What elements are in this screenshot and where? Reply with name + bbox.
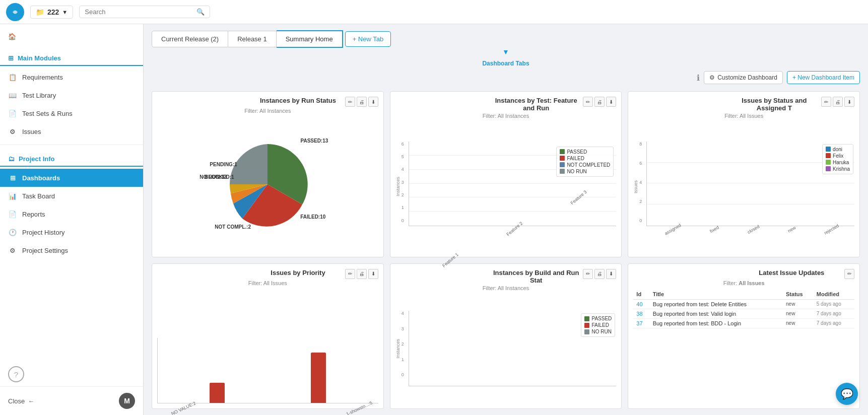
tab-current-release[interactable]: Current Release (2)	[152, 31, 228, 47]
info-icon[interactable]: ℹ	[697, 73, 700, 83]
sidebar-item-reports[interactable]: 📄 Reports	[0, 205, 143, 223]
issue-id-link[interactable]: 37	[636, 320, 642, 326]
sidebar-item-dashboards[interactable]: ⊞ Dashboards	[0, 169, 143, 187]
download-button[interactable]: ⬇	[368, 269, 378, 279]
dashboard-tabs-arrow: ▼	[144, 48, 868, 56]
issue-status: new	[783, 299, 814, 309]
tab-summary-home[interactable]: Summary Home	[277, 30, 343, 48]
sidebar-item-label: Project Settings	[22, 247, 68, 254]
chart-legend: PASSED FAILED NO RUN	[581, 313, 615, 337]
widget-feature-run: Instances by Test: Feature and Run ✏ 🖨 ⬇…	[390, 91, 622, 257]
widget-latest-issues: Latest Issue Updates ✏ Filter: All Issue…	[628, 263, 860, 409]
widget-actions: ✏ 🖨 ⬇	[345, 97, 378, 107]
widget-filter: Filter: All Issues	[633, 280, 854, 286]
widget-title: Issues by Status and Assigned T	[727, 97, 821, 112]
widget-actions: ✏ 🖨 ⬇	[583, 97, 616, 107]
gridline	[647, 204, 854, 204]
widget-title: Instances by Run Status	[251, 97, 345, 104]
print-button[interactable]: 🖨	[594, 269, 605, 279]
search-bar[interactable]: 🔍	[79, 6, 210, 18]
sidebar-item-test-library[interactable]: 📖 Test Library	[0, 86, 143, 104]
widget-header: Instances by Run Status ✏ 🖨 ⬇	[157, 97, 378, 107]
widget-filter: Filter: All Issues	[633, 113, 854, 119]
sidebar-item-requirements[interactable]: 📋 Requirements	[0, 68, 143, 86]
sidebar-divider	[0, 145, 143, 145]
issue-modified: 7 days ago	[814, 318, 854, 328]
legend-passed: PASSED	[560, 149, 610, 155]
search-icon: 🔍	[196, 8, 205, 16]
download-button[interactable]: ⬇	[606, 97, 616, 107]
chat-button[interactable]: 💬	[836, 383, 858, 405]
user-avatar[interactable]: M	[119, 393, 135, 409]
print-button[interactable]: 🖨	[357, 269, 367, 279]
edit-button[interactable]: ✏	[583, 269, 593, 279]
passed-label: PASSED:13	[300, 138, 328, 144]
sidebar-item-label: Issues	[22, 128, 41, 135]
edit-button[interactable]: ✏	[345, 97, 355, 107]
home-icon[interactable]: 🏠	[4, 28, 20, 44]
tabs-bar: Current Release (2) Release 1 Summary Ho…	[144, 24, 868, 48]
project-name: 222	[47, 8, 59, 16]
issue-title: Bug reported from test: BDD - Login	[650, 318, 783, 328]
sidebar-item-label: Dashboards	[22, 174, 60, 182]
widget-header: Issues by Status and Assigned T ✏ 🖨 ⬇	[633, 97, 854, 112]
chart-legend: PASSED FAILED NOT COMPLETED	[556, 147, 614, 177]
edit-button[interactable]: ✏	[844, 269, 854, 279]
topbar: 📁 222 ▼ 🔍	[0, 0, 868, 24]
widget-body: Instances 0 1 2 3 4	[395, 294, 617, 404]
task-board-icon: 📊	[8, 191, 17, 200]
gridline	[409, 183, 617, 184]
widget-body: PASSED:13 FAILED:10 NOT COMPL.:2 BLOCKED…	[157, 117, 378, 252]
issue-id-link[interactable]: 40	[636, 301, 642, 307]
issue-title: Bug reported from test: Delete Entities	[650, 299, 783, 309]
download-button[interactable]: ⬇	[368, 97, 378, 107]
sidebar-item-test-sets[interactable]: 📄 Test Sets & Runs	[0, 104, 143, 122]
issue-modified: 7 days ago	[814, 309, 854, 318]
widget-build-run: Instances by Build and Run Stat ✏ 🖨 ⬇ Fi…	[390, 263, 622, 409]
sidebar-item-project-settings[interactable]: ⚙ Project Settings	[0, 241, 143, 259]
reports-icon: 📄	[8, 210, 17, 219]
issue-id-link[interactable]: 38	[636, 311, 642, 317]
project-selector[interactable]: 📁 222 ▼	[30, 6, 73, 19]
gear-icon: ⚙	[709, 74, 715, 81]
edit-button[interactable]: ✏	[821, 97, 831, 107]
legend-failed: FAILED	[584, 322, 612, 328]
sidebar-item-label: Reports	[22, 211, 45, 218]
project-info-section: 🗂 Project Info	[0, 149, 143, 167]
widget-actions: ✏ 🖨 ⬇	[821, 97, 854, 107]
widget-body: Issues 0 2 4 6 8	[633, 122, 854, 252]
widget-issues-priority: Issues by Priority ✏ 🖨 ⬇ Filter: All Iss…	[152, 263, 384, 409]
requirements-icon: 📋	[8, 73, 17, 82]
legend-passed: PASSED	[584, 316, 612, 321]
sidebar-item-task-board[interactable]: 📊 Task Board	[0, 187, 143, 205]
customize-dashboard-button[interactable]: ⚙ Customize Dashboard	[704, 71, 783, 84]
widget-filter: Filter: All Issues	[157, 280, 378, 286]
widget-run-status: Instances by Run Status ✏ 🖨 ⬇ Filter: Al…	[152, 91, 384, 257]
new-tab-button[interactable]: + New Tab	[345, 31, 391, 47]
norun-label: NO RUN:13	[199, 174, 227, 180]
sidebar-item-issues[interactable]: ⚙ Issues	[0, 122, 143, 141]
legend-krishna: Krishna	[826, 166, 850, 172]
sidebar-item-label: Task Board	[22, 192, 55, 200]
print-button[interactable]: 🖨	[833, 97, 843, 107]
download-button[interactable]: ⬇	[606, 269, 616, 279]
test-library-icon: 📖	[8, 91, 17, 100]
sidebar-item-label: Project History	[22, 229, 65, 236]
legend-felix: Felix	[826, 153, 850, 159]
edit-button[interactable]: ✏	[583, 97, 593, 107]
issue-modified: 5 days ago	[814, 299, 854, 309]
download-button[interactable]: ⬇	[844, 97, 854, 107]
widget-filter: Filter: All Instances	[395, 285, 617, 291]
print-button[interactable]: 🖨	[357, 97, 367, 107]
edit-button[interactable]: ✏	[345, 269, 355, 279]
print-button[interactable]: 🖨	[594, 97, 605, 107]
project-info-label: Project Info	[19, 155, 55, 163]
help-button[interactable]: ?	[8, 366, 24, 382]
chevron-down-icon: ▼	[62, 9, 68, 15]
tab-release1[interactable]: Release 1	[228, 31, 277, 47]
sidebar-item-project-history[interactable]: 🕐 Project History	[0, 223, 143, 241]
new-dashboard-item-button[interactable]: + New Dashboard Item	[787, 71, 860, 84]
search-input[interactable]	[85, 8, 192, 16]
issue-table: Id Title Status Modified 40 Bug reported…	[633, 289, 854, 328]
close-button[interactable]: Close ←	[8, 397, 34, 405]
